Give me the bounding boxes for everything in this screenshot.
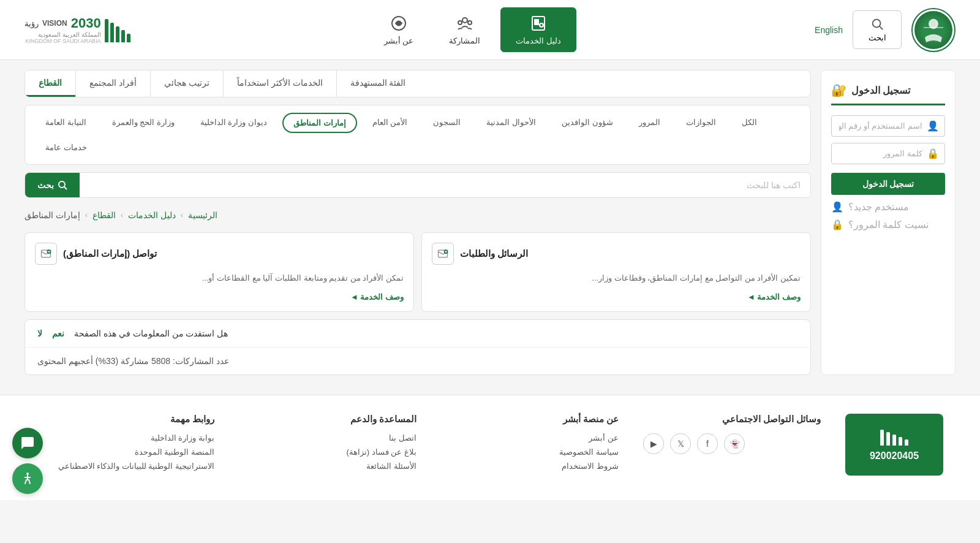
svg-point-9 (462, 18, 467, 23)
guide-icon (529, 14, 548, 32)
footer-bar-1 (905, 439, 908, 446)
subnav-general-services[interactable]: خدمات عامة (35, 138, 97, 157)
breadcrumb-sector[interactable]: القطاع (92, 210, 116, 220)
service-card-header-messages: الرسائل والطلبات (432, 243, 801, 265)
subnav-hajj[interactable]: وزارة الحج والعمرة (102, 113, 185, 133)
new-user-text: مستخدم جديد؟ (848, 201, 909, 213)
logo-svg (919, 15, 948, 45)
forgot-password-link[interactable]: نسيت كلمة المرور؟ 🔒 (831, 219, 945, 230)
svg-point-10 (458, 21, 462, 25)
nav-item-participation[interactable]: المشاركة (434, 7, 496, 52)
footer-bar-2 (899, 437, 902, 446)
feedback-no[interactable]: لا (37, 328, 42, 338)
footer-link-links-1[interactable]: بوابة وزارة الداخلية (37, 433, 214, 442)
login-form: 👤 🔒 تسجيل الدخول (831, 115, 945, 195)
service-title-contact: تواصل (إمارات المناطق) (63, 248, 157, 259)
footer-link-about-1[interactable]: عن أبشر (441, 433, 619, 442)
search-submit-button[interactable]: بحث (25, 173, 80, 197)
footer-brand: 920020405 (845, 414, 943, 476)
subnav-passports[interactable]: الجوازات (676, 113, 726, 133)
footer-link-help-3[interactable]: الأسئلة الشائعة (239, 461, 417, 471)
new-user-icon: 👤 (831, 201, 843, 213)
absher-label: عن أبشر (384, 36, 414, 45)
nav-item-absher[interactable]: عن أبشر (369, 7, 429, 52)
sidebar: تسجيل الدخول 🔐 👤 🔒 تسجيل الدخول مستخدم ج… (821, 70, 956, 375)
participation-label: المشاركة (449, 36, 480, 45)
breadcrumb-home[interactable]: الرئيسية (188, 210, 217, 220)
vision-subtitle: المملكة العربية السعودية (24, 31, 101, 38)
vision-2030-text: 2030 (71, 15, 101, 31)
tab-sector[interactable]: القطاع (25, 70, 75, 97)
search-bar: بحث (24, 172, 811, 198)
subnav-regions[interactable]: إمارات المناطق (282, 113, 357, 133)
subnav-interior[interactable]: ديوان وزارة الداخلية (190, 113, 277, 133)
svg-point-2 (873, 20, 881, 28)
service-link-messages[interactable]: وصف الخدمة ◄ (432, 292, 801, 302)
search-button[interactable]: ابحث (853, 10, 902, 49)
service-card-contact[interactable]: تواصل (إمارات المناطق) تمكن الأفراد من ت… (24, 232, 414, 312)
social-icons: 👻 f 𝕏 ▶ (643, 433, 821, 454)
tab-topusage[interactable]: ترتيب هجائي (150, 70, 223, 97)
svg-point-11 (468, 21, 472, 25)
youtube-icon[interactable]: ▶ (643, 433, 664, 454)
feedback-yes[interactable]: نعم (52, 328, 64, 338)
breadcrumb: الرئيسية › دليل الخدمات › القطاع › إمارا… (24, 205, 811, 225)
feedback-question: هل استفدت من المعلومات في هذه الصفحة (74, 328, 228, 338)
service-icon-contact (35, 243, 57, 265)
svg-line-3 (880, 26, 883, 29)
breadcrumb-sep-2: › (121, 211, 123, 219)
svg-point-14 (59, 181, 65, 188)
footer-link-about-2[interactable]: سياسة الخصوصية (441, 447, 619, 457)
subnav-prosecution[interactable]: النيابة العامة (35, 113, 97, 133)
snapchat-icon[interactable]: 👻 (724, 433, 745, 454)
service-desc-contact: تمكن الأفراد من تقديم ومتابعة الطلبات آل… (35, 272, 404, 285)
tab-mostused[interactable]: الخدمات الأكثر استخداماً (223, 70, 336, 97)
footer-link-links-3[interactable]: الاستراتيجية الوطنية للبيانات والذكاء ال… (37, 461, 214, 471)
subnav-traffic[interactable]: المرور (628, 113, 671, 133)
new-user-link[interactable]: مستخدم جديد؟ 👤 (831, 201, 945, 213)
feedback-row-stats: عدد المشاركات: 5808 مشاركة (33%) أعجبهم … (25, 347, 810, 374)
login-button[interactable]: تسجيل الدخول (831, 173, 945, 195)
service-card-messages[interactable]: الرسائل والطلبات تمكين الأفراد من التواص… (421, 232, 811, 312)
svg-line-15 (64, 187, 67, 189)
sidebar-title: تسجيل الدخول 🔐 (831, 83, 945, 105)
feedback-stats: عدد المشاركات: 5808 مشاركة (33%) أعجبهم … (37, 356, 229, 366)
subnav-prisons[interactable]: السجون (423, 113, 471, 133)
contact-icon (40, 248, 52, 260)
language-link[interactable]: English (815, 25, 843, 35)
bar-2 (121, 30, 125, 42)
facebook-icon[interactable]: f (697, 433, 718, 454)
vision-bars (105, 18, 130, 42)
footer-link-help-1[interactable]: اتصل بنا (239, 433, 417, 442)
footer-col-help: المساعدة والدعم اتصل بنا بلاغ عن فساد (ن… (239, 414, 417, 476)
forgot-password-text: نسيت كلمة المرور؟ (848, 219, 929, 230)
subnav-public-security[interactable]: الأمن العام (362, 113, 418, 133)
tab-society[interactable]: أفراد المجتمع (75, 70, 150, 97)
footer-col-social: وسائل التواصل الاجتماعي 👻 f 𝕏 ▶ (643, 414, 821, 476)
chat-button[interactable] (12, 428, 43, 458)
header-nav: دليل الخدمات المشاركة عن أبشر (130, 7, 815, 52)
footer-top: 920020405 وسائل التواصل الاجتماعي 👻 f 𝕏 … (37, 414, 943, 476)
footer-link-about-3[interactable]: شروط الاستخدام (441, 461, 619, 471)
login-icon: 🔐 (831, 83, 846, 97)
accessibility-button[interactable] (12, 463, 43, 494)
footer-link-help-2[interactable]: بلاغ عن فساد (نزاهة) (239, 447, 417, 457)
footer-link-links-2[interactable]: المنصة الوطنية الموحدة (37, 447, 214, 457)
breadcrumb-current: إمارات المناطق (24, 210, 80, 220)
footer-phone: 920020405 (870, 450, 919, 461)
subnav-emigrants[interactable]: شؤون الوافدين (551, 113, 624, 133)
search-input[interactable] (80, 173, 810, 197)
subnav-civil[interactable]: الأحوال المدنية (476, 113, 546, 133)
user-icon: 👤 (927, 120, 939, 132)
bar-5 (105, 19, 108, 42)
subnav: الكل الجوازات المرور شؤون الوافدين الأحو… (24, 105, 811, 165)
service-link-contact[interactable]: وصف الخدمة ◄ (35, 292, 404, 302)
nav-item-guide[interactable]: دليل الخدمات (500, 7, 576, 52)
lock-icon: 🔒 (927, 148, 939, 159)
breadcrumb-guide[interactable]: دليل الخدمات (128, 210, 176, 220)
header: ابحث English دليل الخدمات (0, 0, 980, 60)
twitter-icon[interactable]: 𝕏 (670, 433, 691, 454)
tab-target[interactable]: الفئة المستهدفة (336, 70, 420, 97)
footer-about-title: عن منصة أبشر (441, 414, 619, 425)
subnav-all[interactable]: الكل (731, 113, 767, 133)
